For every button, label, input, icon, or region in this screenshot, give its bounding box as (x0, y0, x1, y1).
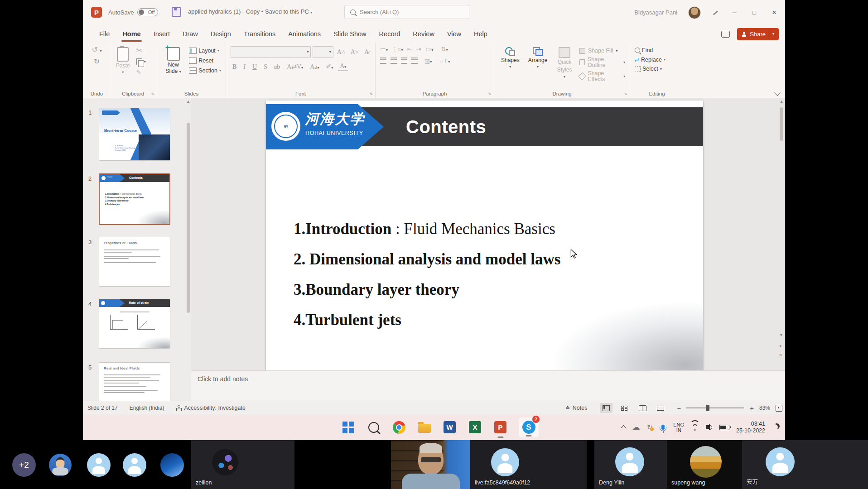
next-slide-icon[interactable]: « (778, 354, 783, 356)
paragraph-dialog-launcher[interactable]: ⇘ (488, 91, 492, 96)
share-button[interactable]: Share ▾ (737, 28, 779, 40)
restore-button[interactable]: □ (750, 9, 759, 16)
notes-toggle-button[interactable]: ≛ Notes (565, 405, 588, 411)
sync-status-icon[interactable]: ↻ (647, 424, 653, 431)
tray-hidden-icons-chevron[interactable] (621, 425, 627, 431)
copy-icon[interactable] (136, 58, 142, 65)
tab-transitions[interactable]: Transitions (237, 25, 282, 43)
tab-design[interactable]: Design (204, 25, 237, 43)
tab-draw[interactable]: Draw (176, 25, 204, 43)
shapes-button[interactable]: Shapes▾ (499, 46, 522, 70)
zoom-percent[interactable]: 83% (759, 405, 770, 411)
quick-styles-button[interactable]: Quick Styles ▾ (554, 46, 575, 80)
thumbnail-scrollbar-thumb[interactable] (187, 123, 190, 313)
shape-outline-button[interactable]: Shape Outline▾ (579, 57, 625, 68)
increase-font-icon[interactable]: A˄ (335, 48, 347, 56)
thumbnail-scrollbar[interactable] (187, 106, 190, 392)
highlight-color-icon[interactable]: ✐▾ (324, 63, 335, 71)
arrange-button[interactable]: Arrange▾ (526, 46, 550, 70)
participant-tile-supeng-wang[interactable]: supeng wang (667, 440, 742, 489)
select-button[interactable]: Select▾ (635, 66, 665, 72)
autosave-toggle[interactable]: Off (137, 8, 158, 16)
volume-icon[interactable] (706, 425, 709, 429)
shape-effects-button[interactable]: Shape Effects▾ (579, 71, 625, 82)
numbering-icon[interactable]: ⋮≡▾ (392, 46, 403, 52)
word-icon[interactable]: W (443, 420, 457, 434)
find-button[interactable]: Find (635, 48, 665, 53)
character-spacing-icon[interactable]: A⇄V▾ (285, 63, 305, 71)
fit-to-window-icon[interactable] (776, 405, 782, 412)
thumbnail-slide-2-selected[interactable]: 河海大学 Contents 1.Introduction : Fluid Mec… (99, 173, 170, 225)
tab-insert[interactable]: Insert (147, 25, 176, 43)
replace-button[interactable]: ⇄Replace▾ (635, 57, 665, 63)
undo-icon[interactable]: ↺ ▾ (92, 46, 102, 53)
align-left-icon[interactable] (380, 58, 386, 64)
participant-avatar[interactable] (123, 453, 146, 477)
zoom-slider[interactable] (686, 408, 744, 408)
powerpoint-app-icon[interactable]: P (91, 7, 102, 18)
minimize-button[interactable]: ─ (730, 9, 739, 16)
new-slide-button[interactable]: New Slide ▾ (162, 46, 185, 76)
taskbar-search-icon[interactable] (366, 420, 381, 434)
search-input[interactable]: Search (Alt+Q) (344, 5, 469, 19)
bold-icon[interactable]: B (231, 63, 238, 71)
paste-button[interactable]: Paste▾ (114, 46, 132, 75)
close-button[interactable]: ✕ (770, 9, 779, 16)
justify-icon[interactable] (411, 58, 418, 64)
normal-view-button[interactable] (600, 403, 612, 413)
clear-formatting-icon[interactable]: A̷ (362, 48, 371, 56)
thumbnail-slide-3[interactable]: Properties of Fluids (99, 237, 170, 287)
participant-tile-zellion[interactable]: zellion (191, 440, 294, 489)
line-spacing-icon[interactable]: ↕≡▾ (425, 46, 433, 52)
zoom-slider-thumb[interactable] (706, 405, 709, 411)
language-status[interactable]: English (India) (130, 405, 164, 411)
chrome-icon[interactable] (392, 420, 406, 434)
reading-view-button[interactable] (636, 403, 649, 413)
skype-icon-active[interactable]: S 2 (519, 417, 539, 437)
thumbnail-slide-4[interactable]: Rate of strain (99, 299, 170, 349)
wifi-icon[interactable] (691, 424, 699, 430)
italic-icon[interactable]: I (241, 63, 247, 71)
cut-icon[interactable]: ✂ (136, 47, 146, 54)
thumbnail-slide-5[interactable]: Real and Ideal Fluids (99, 362, 170, 401)
thumb-scroll-up-icon[interactable]: ▲ (186, 99, 190, 104)
redo-icon[interactable]: ↻ (94, 58, 100, 65)
scroll-down-icon[interactable]: ▼ (779, 333, 783, 337)
bullets-icon[interactable]: ≔▾ (380, 46, 388, 52)
start-button[interactable] (341, 420, 355, 434)
strikethrough-icon[interactable]: ab (272, 63, 282, 71)
onedrive-cloud-icon[interactable]: ☁ (632, 423, 640, 431)
file-explorer-icon[interactable] (417, 420, 431, 434)
tab-slide-show[interactable]: Slide Show (327, 25, 373, 43)
slide-content-textbox[interactable]: 1.Introduction : Fluid Mechanics Basics … (294, 214, 560, 335)
font-dialog-launcher[interactable]: ⇘ (369, 91, 373, 96)
reset-button[interactable]: Reset (189, 58, 221, 64)
participant-tile-anwan[interactable]: 安万 (742, 440, 868, 489)
tab-animations[interactable]: Animations (282, 25, 327, 43)
notes-pane[interactable]: Click to add notes (191, 370, 785, 401)
underline-icon[interactable]: U (251, 63, 259, 71)
change-case-icon[interactable]: Aa▾ (308, 63, 321, 71)
document-title[interactable]: applied hydralics (1) - Copy • Saved to … (188, 8, 312, 15)
drawing-dialog-launcher[interactable]: ⇘ (624, 91, 627, 96)
slide-canvas[interactable]: Contents ≋ 河海大学 HOHAI UNIVERSITY 1.Intro… (266, 101, 703, 370)
increase-indent-icon[interactable]: ⇥ (416, 46, 421, 52)
user-avatar[interactable] (688, 6, 701, 19)
overflow-participants-badge[interactable]: +2 (12, 453, 36, 477)
tab-help[interactable]: Help (468, 25, 494, 43)
text-shadow-icon[interactable]: S (262, 63, 269, 71)
zoom-in-button[interactable]: + (750, 404, 754, 412)
tab-record[interactable]: Record (373, 25, 407, 43)
participant-tile-live[interactable]: live:fa5c849f649a0f12 (470, 440, 587, 489)
decrease-indent-icon[interactable]: ⇤ (407, 46, 412, 52)
participant-avatar[interactable] (49, 454, 72, 476)
shape-fill-button[interactable]: Shape Fill▾ (579, 48, 625, 54)
slide-sorter-view-button[interactable] (618, 403, 631, 413)
tab-home[interactable]: Home (116, 25, 147, 43)
text-direction-icon[interactable]: ⇅▾ (441, 46, 448, 52)
presenter-video-tile[interactable] (391, 440, 470, 489)
participant-avatar[interactable] (160, 453, 184, 477)
canvas-scrollbar[interactable]: ▲ ▼ » « (779, 99, 784, 369)
scroll-up-icon[interactable]: ▲ (780, 99, 784, 104)
decrease-font-icon[interactable]: A˅ (349, 48, 361, 56)
